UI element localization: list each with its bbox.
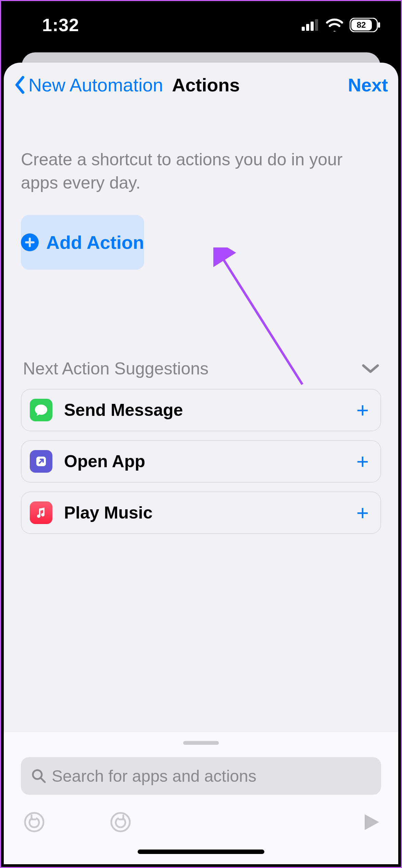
- add-action-label: Add Action: [46, 232, 144, 253]
- back-button[interactable]: New Automation: [14, 74, 163, 95]
- home-indicator[interactable]: [138, 850, 264, 854]
- svg-marker-12: [365, 814, 379, 830]
- editor-toolbar: [21, 795, 381, 850]
- svg-point-10: [25, 813, 43, 831]
- messages-icon: [30, 399, 52, 421]
- wifi-icon: [326, 18, 343, 31]
- suggestions-header-label: Next Action Suggestions: [23, 359, 209, 379]
- bottom-panel: [4, 732, 398, 864]
- suggestion-label: Open App: [64, 451, 145, 471]
- open-app-icon: [30, 450, 52, 473]
- svg-line-9: [41, 778, 45, 782]
- status-bar: 1:32 82: [1, 1, 401, 49]
- back-label: New Automation: [28, 74, 163, 95]
- svg-rect-0: [302, 27, 305, 31]
- suggestion-send-message[interactable]: Send Message +: [21, 389, 381, 431]
- svg-rect-3: [315, 19, 318, 31]
- next-button[interactable]: Next: [348, 74, 388, 95]
- redo-button[interactable]: [110, 812, 131, 833]
- add-suggestion-icon[interactable]: +: [356, 399, 369, 421]
- suggestion-open-app[interactable]: Open App +: [21, 440, 381, 483]
- redo-icon: [110, 812, 131, 833]
- play-icon: [361, 812, 381, 832]
- svg-rect-1: [306, 24, 309, 31]
- plus-circle-icon: [21, 233, 39, 251]
- undo-button[interactable]: [24, 812, 45, 833]
- chevron-left-icon: [14, 76, 25, 94]
- status-time: 1:32: [42, 15, 79, 35]
- add-suggestion-icon[interactable]: +: [356, 502, 369, 523]
- status-right-cluster: 82: [302, 18, 380, 32]
- chevron-down-icon: [362, 363, 379, 374]
- suggestion-label: Send Message: [64, 400, 183, 420]
- music-icon: [30, 501, 52, 524]
- page-title: Actions: [172, 74, 240, 95]
- cellular-icon: [302, 19, 319, 31]
- svg-rect-2: [311, 22, 314, 31]
- modal-sheet: New Automation Actions Next Create a sho…: [4, 63, 398, 864]
- svg-point-11: [111, 813, 130, 831]
- navigation-bar: New Automation Actions Next: [4, 63, 398, 107]
- suggestion-label: Play Music: [64, 503, 152, 523]
- run-button[interactable]: [361, 812, 381, 832]
- svg-rect-6: [378, 22, 380, 28]
- suggestions-header[interactable]: Next Action Suggestions: [23, 359, 379, 379]
- search-field[interactable]: [21, 757, 381, 795]
- battery-percent: 82: [357, 20, 366, 29]
- suggestion-play-music[interactable]: Play Music +: [21, 492, 381, 534]
- page-description: Create a shortcut to actions you do in y…: [4, 107, 398, 215]
- undo-icon: [24, 812, 45, 833]
- grabber-handle[interactable]: [183, 741, 219, 745]
- add-action-button[interactable]: Add Action: [21, 215, 144, 270]
- battery-indicator: 82: [350, 18, 380, 32]
- add-suggestion-icon[interactable]: +: [356, 451, 369, 472]
- search-input[interactable]: [52, 767, 371, 786]
- search-icon: [31, 768, 46, 783]
